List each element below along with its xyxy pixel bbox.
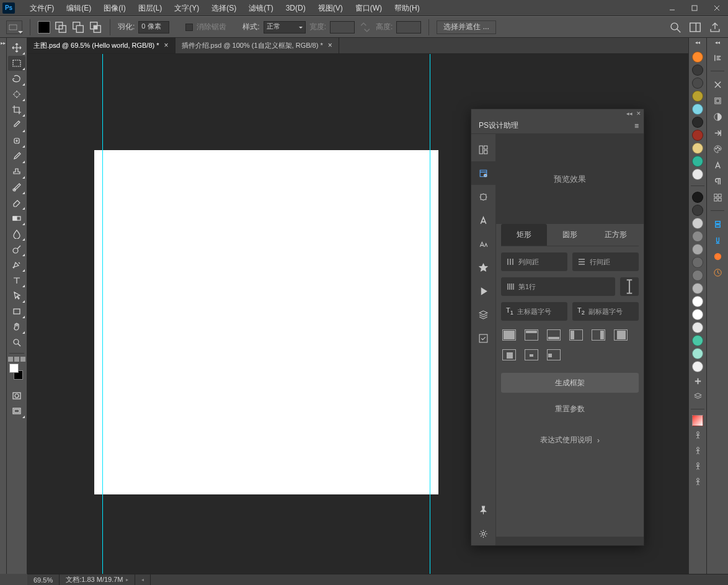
history-brush-tool[interactable] [8,180,25,195]
menu-file[interactable]: 文件(F) [24,0,60,16]
text-cursor-button[interactable] [620,277,639,296]
shape-tab-circle[interactable]: 圆形 [547,224,593,246]
select-and-mask-button[interactable]: 选择并遮住 ... [437,20,495,34]
contrast-icon[interactable] [711,110,724,123]
guide-vertical[interactable] [102,54,103,574]
menu-edit[interactable]: 编辑(E) [60,0,97,16]
panel-menu-icon[interactable]: ≡ [629,122,644,130]
path-select-tool[interactable] [8,288,25,303]
zoom-level[interactable]: 69.5% [27,574,60,586]
healing-tool[interactable] [8,133,25,148]
quick-mask-icon[interactable] [8,388,25,403]
color-swatch[interactable] [692,117,703,128]
body-icon[interactable] [691,428,704,442]
gradient-swatch[interactable] [692,415,703,426]
export-icon[interactable] [711,126,724,140]
panel-nav-text[interactable] [471,208,495,232]
preset-1[interactable] [502,329,516,341]
document-tab-1[interactable]: 主图.psd @ 69.5% (Hello world, RGB/8) * × [27,37,175,53]
lasso-tool[interactable] [8,71,25,86]
help-link[interactable]: 表达式使用说明› [540,435,600,445]
workspace-switcher-icon[interactable] [688,20,702,34]
crop-tool[interactable] [8,102,25,117]
guide-vertical[interactable] [430,54,430,574]
align-icon[interactable] [711,51,724,65]
marquee-tool[interactable] [8,56,25,71]
panel-nav-star[interactable] [471,256,495,279]
edit-toolbar-icon[interactable] [8,357,25,362]
preset-2[interactable] [525,329,538,341]
preset-3[interactable] [547,329,561,341]
dodge-tool[interactable] [8,242,25,257]
bug-icon[interactable] [691,444,704,457]
window-minimize[interactable] [661,0,683,16]
type-tool[interactable] [8,273,25,288]
left-collapse-strip[interactable]: ▸▸ [0,38,7,574]
menu-image[interactable]: 图像(I) [97,0,131,16]
pen-tool[interactable] [8,257,25,272]
panel-nav-text-size[interactable] [471,232,495,256]
canvas[interactable] [94,150,438,494]
window-close[interactable] [706,0,728,16]
gradient-tool[interactable] [8,211,25,226]
panel-nav-settings[interactable] [471,522,495,545]
color-swatch[interactable] [692,130,703,141]
color-swatch[interactable] [692,296,703,307]
color-swatches[interactable] [8,364,25,381]
rectangle-tool[interactable] [8,304,25,319]
paragraph-icon[interactable] [711,174,724,188]
scroll-left-icon[interactable]: ◂ [135,574,151,586]
color-swatch[interactable] [692,218,703,229]
generate-button[interactable]: 生成框架 [501,373,639,393]
color-swatch[interactable] [692,231,703,242]
menu-window[interactable]: 窗口(W) [349,0,388,16]
panel-collapse-icon[interactable]: ◂◂ [626,110,633,117]
document-tab-2[interactable]: 插件介绍.psd @ 100% (1自定义框架, RGB/8) * × [175,37,339,53]
zoom-tool[interactable] [8,335,25,350]
color-swatch[interactable] [692,65,703,76]
preset-6[interactable] [614,329,628,341]
menu-type[interactable]: 文字(Y) [168,0,205,16]
color-swatch[interactable] [692,257,703,268]
plugin-3-icon[interactable]: B [711,249,724,263]
plugin-4-icon[interactable] [711,266,724,279]
antialias-check[interactable] [185,24,193,31]
first-row-input[interactable]: 第1行 [501,277,615,296]
color-swatch[interactable] [692,270,703,281]
gear-icon[interactable] [691,459,704,473]
tools-cross-icon[interactable] [711,78,724,91]
color-swatch[interactable] [692,104,703,115]
screen-mode-icon[interactable] [8,404,25,419]
t2-input[interactable]: T2副标题字号 [572,302,639,321]
t1-input[interactable]: T1主标题字号 [501,302,567,321]
stamp-tool[interactable] [8,164,25,179]
color-swatch[interactable] [692,335,703,346]
reset-button[interactable]: 重置参数 [501,401,639,416]
tool-preset-picker[interactable] [6,20,22,34]
preset-4[interactable] [569,329,583,341]
selection-intersect-icon[interactable] [89,20,102,34]
doc-info[interactable]: 文档:1.83 M/19.7M▸ [60,574,135,586]
panel-nav-check[interactable] [471,326,495,350]
panel-nav-frame[interactable] [471,161,495,185]
plus-icon[interactable] [691,374,704,388]
move-tool[interactable] [8,40,25,55]
panel-close-icon[interactable]: ✕ [636,110,641,117]
panel-nav-layout[interactable] [471,138,495,161]
selection-add-icon[interactable] [54,20,68,34]
shape-tab-square[interactable]: 正方形 [593,224,639,246]
blur-tool[interactable] [8,226,25,241]
color-swatch[interactable] [692,348,703,359]
color-swatch[interactable] [692,192,703,203]
menu-3d[interactable]: 3D(D) [280,0,312,16]
color-swatch[interactable] [692,156,703,167]
menu-layer[interactable]: 图层(L) [132,0,169,16]
preset-9[interactable] [547,349,561,360]
color-swatch[interactable] [692,309,703,320]
color-swatch[interactable] [692,169,703,180]
share-icon[interactable] [708,20,722,34]
grid-icon[interactable] [711,190,724,204]
close-icon[interactable]: × [164,41,169,50]
panel-nav-layers[interactable] [471,303,495,326]
color-swatch[interactable] [692,244,703,255]
